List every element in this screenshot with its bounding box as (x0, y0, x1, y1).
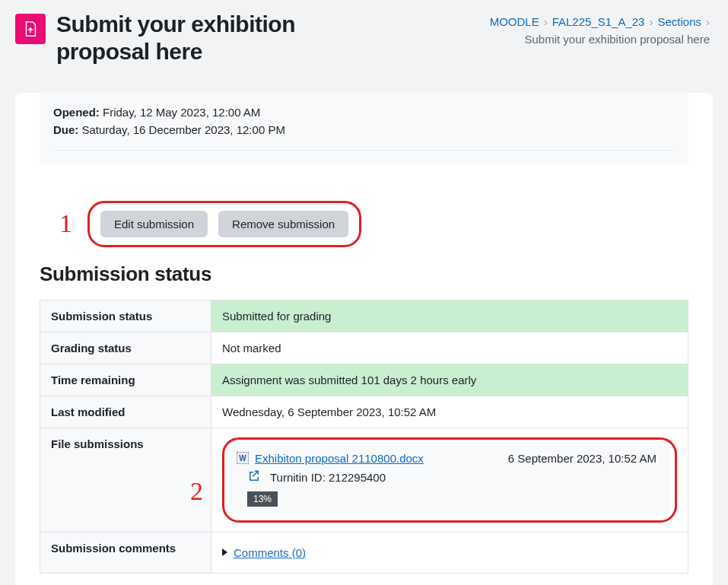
submitted-file-link[interactable]: Exhibiton proposal 2110800.docx (255, 452, 424, 465)
row-label-time-remaining: Time remaining (40, 364, 211, 396)
breadcrumb-link-moodle[interactable]: MOODLE (490, 15, 539, 28)
word-doc-icon: W (237, 452, 249, 464)
caret-right-icon (222, 548, 227, 556)
breadcrumb-link-course[interactable]: FAL225_S1_A_23 (552, 15, 645, 28)
table-row: Submission comments Comments (0) (40, 532, 688, 573)
breadcrumb-link-sections[interactable]: Sections (657, 15, 701, 28)
breadcrumb-current: Submit your exhibition proposal here (525, 33, 710, 46)
annotation-number-1: 1 (59, 211, 72, 237)
content-card: Opened: Friday, 12 May 2023, 12:00 AM Du… (15, 93, 713, 585)
row-label-submission-comments: Submission comments (40, 532, 211, 573)
turnitin-icon (247, 469, 261, 485)
chevron-right-icon: › (544, 15, 548, 28)
file-submission-box: W Exhibiton proposal 2110800.docx 6 Sept… (229, 446, 670, 514)
submitted-file-date: 6 September 2023, 10:52 AM (508, 452, 663, 465)
row-value-time-remaining: Assignment was submitted 101 days 2 hour… (211, 364, 688, 396)
divider (53, 150, 675, 151)
edit-submission-button[interactable]: Edit submission (100, 211, 208, 237)
submission-status-table: Submission status Submitted for grading … (40, 300, 688, 574)
turnitin-row: Turnitin ID: 212295400 (237, 469, 663, 485)
turnitin-id: Turnitin ID: 212295400 (270, 471, 386, 484)
table-row: File submissions 2 W Exhibiton proposal … (40, 428, 688, 532)
due-label: Due: (53, 123, 78, 136)
chevron-right-icon: › (706, 15, 710, 28)
opened-line: Opened: Friday, 12 May 2023, 12:00 AM (53, 103, 675, 121)
chevron-right-icon: › (649, 15, 653, 28)
table-row: Grading status Not marked (40, 332, 688, 364)
row-label-last-modified: Last modified (40, 396, 211, 428)
row-value-submission-comments: Comments (0) (211, 532, 688, 573)
page-header: Submit your exhibition proposal here MOO… (0, 0, 728, 79)
annotation-callout-2: W Exhibiton proposal 2110800.docx 6 Sept… (222, 437, 677, 523)
comments-link[interactable]: Comments (0) (234, 546, 306, 559)
remove-submission-button[interactable]: Remove submission (218, 211, 348, 237)
file-row: W Exhibiton proposal 2110800.docx 6 Sept… (237, 452, 663, 465)
table-row: Last modified Wednesday, 6 September 202… (40, 396, 688, 428)
row-value-file-submissions: 2 W Exhibiton proposal 2110800.docx 6 Se… (211, 428, 688, 532)
opened-value: Friday, 12 May 2023, 12:00 AM (100, 106, 261, 119)
comments-toggle[interactable]: Comments (0) (222, 542, 677, 564)
annotation-number-2: 2 (190, 478, 203, 504)
breadcrumb: MOODLE › FAL225_S1_A_23 › Sections › Sub… (390, 11, 710, 46)
similarity-badge[interactable]: 13% (247, 491, 278, 507)
table-row: Time remaining Assignment was submitted … (40, 364, 688, 396)
due-line: Due: Saturday, 16 December 2023, 12:00 P… (53, 121, 675, 138)
page-title: Submit your exhibition proposal here (56, 11, 375, 65)
row-label-grading-status: Grading status (40, 332, 211, 364)
row-value-last-modified: Wednesday, 6 September 2023, 10:52 AM (211, 396, 688, 428)
file-cell-wrap: 2 W Exhibiton proposal 2110800.docx 6 Se… (222, 437, 677, 523)
table-row: Submission status Submitted for grading (40, 300, 688, 332)
row-label-submission-status: Submission status (40, 300, 211, 332)
file-upload-icon (22, 21, 39, 37)
row-label-file-submissions: File submissions (40, 428, 211, 532)
annotation-callout-1: Edit submission Remove submission (87, 201, 361, 247)
opened-label: Opened: (53, 106, 100, 119)
row-value-grading-status: Not marked (211, 332, 688, 364)
action-area: 1 Edit submission Remove submission (40, 175, 688, 255)
row-value-submission-status: Submitted for grading (211, 300, 688, 332)
assignment-icon (15, 14, 46, 44)
due-value: Saturday, 16 December 2023, 12:00 PM (78, 123, 285, 136)
submission-status-heading: Submission status (40, 262, 688, 286)
header-left: Submit your exhibition proposal here (15, 11, 375, 65)
info-block: Opened: Friday, 12 May 2023, 12:00 AM Du… (40, 93, 688, 164)
